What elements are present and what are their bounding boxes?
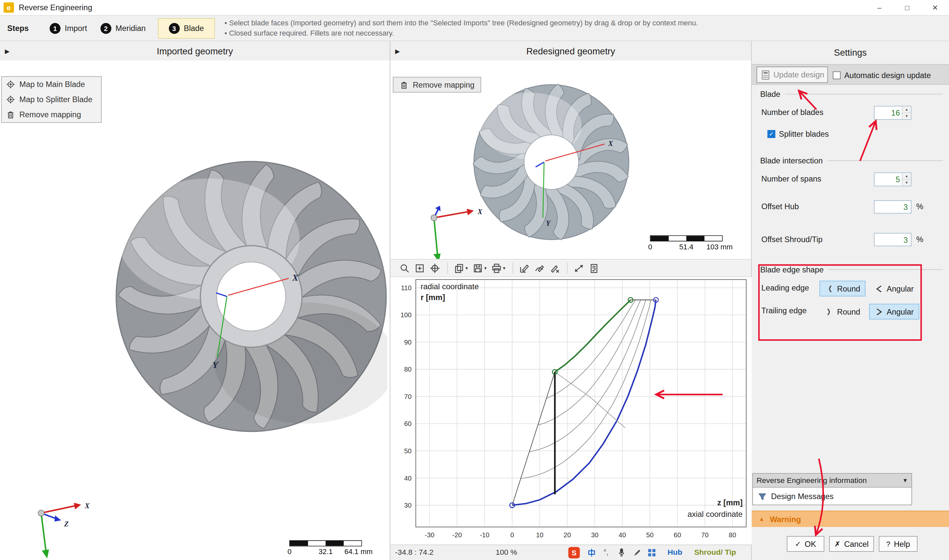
report-icon[interactable] — [587, 261, 601, 275]
note-line: Closed surface required. Fillets are not… — [224, 28, 698, 38]
number-of-blades-label: Number of blades — [761, 108, 823, 117]
mic-icon[interactable] — [617, 548, 626, 558]
leading-edge-angular-toggle[interactable]: Angular — [869, 281, 919, 297]
minimize-button[interactable]: – — [865, 0, 893, 15]
x-tick-label: 60 — [673, 531, 681, 538]
cancel-label: Cancel — [844, 539, 869, 548]
step-notes: Select blade faces (Imported geometry) a… — [224, 18, 698, 38]
zoom-level: 100 % — [496, 548, 517, 557]
scale-bar: 0 51.4 103 mm — [650, 235, 723, 241]
scale-start: 0 — [287, 548, 291, 556]
measure-edit-icon[interactable] — [533, 261, 546, 275]
collapse-imported-icon[interactable]: ▶ — [5, 48, 9, 54]
number-of-blades-input[interactable]: 16 ▲▼ — [874, 106, 911, 120]
maximize-button[interactable]: □ — [893, 0, 921, 15]
number-of-spans-input[interactable]: 5 ▲▼ — [874, 172, 911, 186]
dropdown-icon[interactable]: ▾ — [484, 265, 486, 271]
spin-down-icon[interactable]: ▼ — [903, 180, 911, 185]
measure-draw-icon[interactable] — [517, 261, 531, 275]
step-import[interactable]: 1 Import — [50, 23, 87, 34]
ime-degree-label[interactable]: °, — [603, 548, 609, 557]
map-to-main-blade-item[interactable]: Map to Main Blade — [2, 77, 101, 92]
collapse-redesigned-icon[interactable]: ▶ — [395, 48, 400, 54]
number-of-blades-row: Number of blades 16 ▲▼ — [752, 105, 949, 121]
imported-3d-view[interactable]: X Y Map to Main Blade — [0, 61, 390, 560]
step-meridian[interactable]: 2 Meridian — [100, 23, 146, 34]
window-title: Reverse Engineering — [19, 3, 92, 12]
collapse-up-icon: ▲ — [759, 516, 764, 522]
hub-legend-label[interactable]: Hub — [668, 548, 682, 557]
redesigned-impeller-render: X Y — [473, 83, 630, 241]
zoom-window-icon[interactable] — [413, 261, 427, 275]
x-tick-label: 40 — [618, 531, 626, 538]
save-icon[interactable]: ▾ — [471, 261, 488, 275]
remove-mapping-item[interactable]: Remove mapping — [2, 107, 101, 122]
info-panel: Reverse Engineering information ▼ Design… — [752, 473, 912, 505]
copy-icon[interactable]: ▾ — [452, 261, 470, 275]
note-line: Select blade faces (Imported geometry) a… — [224, 18, 698, 28]
help-button[interactable]: ?Help — [879, 536, 918, 552]
checkbox-label: Splitter blades — [779, 129, 829, 139]
spin-up-icon[interactable]: ▲ — [903, 173, 911, 180]
dropdown-icon[interactable]: ▾ — [503, 265, 505, 271]
offset-shroud-input[interactable]: 3 — [874, 233, 911, 246]
scale-end: 64.1 mm — [344, 548, 373, 556]
imported-impeller-render: X Y — [115, 160, 388, 433]
automatic-design-update-checkbox[interactable]: Automatic design update — [833, 71, 931, 80]
update-design-button[interactable]: Update design — [756, 66, 828, 83]
map-to-splitter-blade-item[interactable]: Map to Splitter Blade — [2, 92, 101, 107]
leading-edge-round-toggle[interactable]: Round — [820, 281, 866, 297]
zoom-icon[interactable] — [398, 261, 411, 275]
step-blade[interactable]: 3 Blade — [158, 18, 215, 38]
info-selector[interactable]: Reverse Engineering information ▼ — [753, 474, 911, 488]
settings-header: Settings — [752, 41, 949, 63]
x-tick-label: 50 — [646, 531, 653, 538]
menu-item-label: Map to Main Blade — [20, 80, 85, 89]
measure-delete-icon[interactable] — [548, 261, 561, 275]
remove-mapping-button[interactable]: Remove mapping — [393, 77, 481, 92]
y-tick-label: 70 — [404, 393, 411, 400]
spin-up-icon[interactable]: ▲ — [903, 106, 911, 113]
section-blade: Blade — [760, 89, 943, 99]
close-button[interactable]: ✕ — [921, 0, 949, 15]
update-design-label: Update design — [773, 70, 824, 79]
meridian-chart[interactable]: -30-20-100102030405060708030405060708090… — [390, 277, 752, 545]
warning-label: Warning — [770, 515, 801, 524]
s-badge-icon[interactable]: S — [568, 547, 580, 558]
dropdown-icon[interactable]: ▾ — [465, 265, 468, 271]
filter-icon — [758, 491, 767, 501]
ok-button[interactable]: ✓OK — [787, 536, 824, 552]
pen-icon[interactable] — [632, 548, 642, 558]
warning-strip[interactable]: ▲ Warning — [752, 511, 949, 527]
step-1-badge: 1 — [50, 23, 61, 34]
print-icon[interactable]: ▾ — [490, 261, 507, 275]
round-edge-icon — [825, 307, 834, 316]
offset-hub-row: Offset Hub 3 % — [752, 200, 949, 215]
calculator-icon — [761, 70, 770, 79]
design-messages-item[interactable]: Design Messages — [753, 488, 911, 504]
distance-icon[interactable] — [572, 261, 586, 275]
spin-down-icon[interactable]: ▼ — [903, 113, 911, 119]
x-tick-label: 20 — [564, 531, 571, 538]
trailing-edge-angular-toggle[interactable]: Angular — [869, 304, 919, 320]
offset-hub-input[interactable]: 3 — [874, 200, 911, 214]
leading-edge-row: Leading edge Round Angular — [752, 281, 949, 297]
ime-lang-icon[interactable] — [587, 548, 597, 558]
grid-icon[interactable] — [647, 548, 656, 558]
redesigned-panel-header: ▶ Redesigned geometry — [390, 41, 751, 61]
scale-mid: 51.4 — [679, 243, 693, 251]
cancel-button[interactable]: ✗Cancel — [829, 536, 874, 552]
section-label: Blade edge shape — [760, 265, 824, 274]
trailing-edge-round-toggle[interactable]: Round — [820, 304, 866, 320]
z-axis-label: Z — [64, 520, 69, 528]
scale-start: 0 — [648, 243, 652, 251]
splitter-blades-checkbox[interactable]: ✓ Splitter blades — [767, 129, 829, 139]
span-curve — [521, 300, 651, 478]
pan-origin-icon[interactable] — [428, 261, 442, 275]
redesigned-3d-view[interactable]: X Y Remove mapping X — [390, 61, 751, 259]
shroud-legend-label[interactable]: Shroud/ Tip — [694, 548, 736, 557]
axis-label: z [mm] — [717, 498, 743, 507]
section-blade-edge-shape: Blade edge shape — [760, 265, 943, 274]
leading-edge-label: Leading edge — [761, 283, 809, 292]
toggle-label: Round — [837, 307, 860, 316]
